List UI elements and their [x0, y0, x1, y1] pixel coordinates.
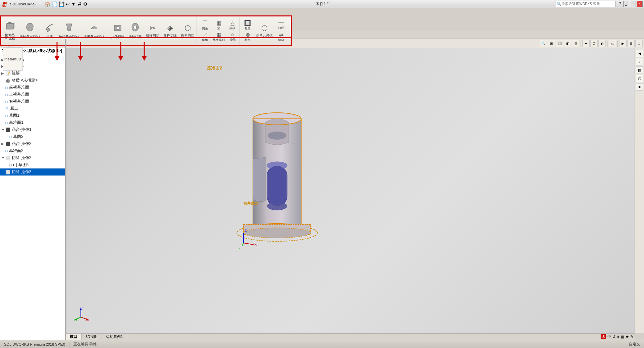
diamond-icon[interactable]: ◈: [617, 335, 620, 339]
draft-button[interactable]: △ 拔模: [226, 19, 238, 31]
more-options-button[interactable]: ▶: [619, 40, 627, 47]
maximize-button[interactable]: □: [630, 1, 636, 7]
shading-button[interactable]: ●: [582, 40, 590, 47]
revolve-cut-button[interactable]: 旋转切除: [127, 19, 144, 43]
tree-item-front-plane[interactable]: ▶ □ 前视基准面: [0, 84, 65, 91]
boss-extrude-button[interactable]: 拉伸凸 台/基体: [3, 19, 17, 43]
help-icon[interactable]: ?: [619, 2, 621, 6]
tree-item-sketch2[interactable]: ▶ □ 草图2: [0, 133, 65, 140]
tree-item-boss-extrude1[interactable]: ▼ ⬛ 凸台-拉伸1: [0, 126, 65, 133]
reference-geometry-button[interactable]: ⬡ 参考几何体: [254, 19, 274, 43]
sketch1-icon: □: [5, 113, 8, 118]
svg-rect-4: [6, 24, 13, 29]
close-panel-button[interactable]: □: [635, 40, 643, 47]
tree-item-material[interactable]: ▶ 🪨 材质 <未指定>: [0, 77, 65, 84]
quick-access-undo[interactable]: ↩: [66, 1, 70, 7]
svg-text:Y: Y: [238, 246, 240, 250]
wrap-button[interactable]: 🔲 包覆: [241, 19, 254, 31]
section-view-button[interactable]: ◧: [564, 40, 571, 47]
loft-cut-icon: ◈: [167, 24, 173, 33]
shell-button[interactable]: ○ 抽壳: [226, 31, 238, 43]
tree-content[interactable]: ▶ 🕐 History ▶ 📡 传感器 ▶ 📝 注解 ▶ 🪨 材质 <未指定> …: [0, 55, 65, 340]
tree-item-plane1[interactable]: ▶ □ 基准面1: [0, 119, 65, 126]
rib-icon: ▦: [216, 20, 221, 26]
right-panel-btn2[interactable]: ○: [636, 58, 643, 65]
revolve-boss-button[interactable]: 旋转凸台/基体: [18, 19, 42, 43]
intersect-button[interactable]: ⊗ 相交: [241, 31, 254, 43]
cut-extrude-button[interactable]: 拉伸切除: [109, 19, 126, 43]
fillet-button[interactable]: ⌒ 圆角: [199, 19, 211, 31]
chamfer-icon: ◿: [203, 32, 207, 38]
tree-item-sketch5[interactable]: ▶ □ (-) 草图5: [0, 161, 65, 168]
boundary-cut-icon: ⬡: [184, 24, 191, 33]
expand-cut-extrude2[interactable]: ▼: [1, 156, 5, 160]
mirror-button[interactable]: ⇌ 镜向: [275, 31, 287, 43]
tree-item-cut-extrude3[interactable]: ▶ ⬜ 切除-拉伸3: [0, 168, 65, 176]
instant3d-button[interactable]: Instant3D: [3, 47, 23, 71]
rib-button[interactable]: ▦ 筋: [212, 19, 226, 31]
minimize-button[interactable]: _: [623, 1, 629, 7]
right-panel-btn1[interactable]: ◀: [636, 50, 643, 57]
bottom-tabs: 模型 3D视图 运动算例1: [66, 333, 635, 340]
expand-boss-extrude1[interactable]: ▼: [1, 128, 5, 132]
linear-pattern-button[interactable]: ▦ 线性阵列: [212, 31, 226, 43]
right-plane-label: 右视基准面: [9, 99, 29, 104]
quick-access-print[interactable]: 🖨: [77, 1, 82, 7]
rotate-icon[interactable]: ↺: [612, 335, 615, 339]
search-input[interactable]: [561, 2, 612, 6]
tab-3d-view[interactable]: 3D视图: [82, 334, 102, 340]
quick-access-settings[interactable]: ⚙: [83, 1, 88, 7]
loft-cut-button[interactable]: ◈ 放样切除: [162, 19, 178, 43]
boundary-boss-button[interactable]: 边界凸台/基体: [82, 19, 106, 43]
tree-resize-handle[interactable]: [65, 39, 66, 333]
title-bar: SW SOLIDWORKS | 🏠 📄 💾 ↩ ▼ 🖨 ⚙ 零件1 * 🔍 ? …: [0, 0, 644, 8]
display-button[interactable]: ▭: [609, 40, 616, 47]
main-viewport[interactable]: 基准面2 X: [66, 48, 635, 333]
curves-icon: 〰: [278, 20, 284, 26]
sweep-cut-button[interactable]: ✂ 扫描切除: [144, 19, 161, 43]
tree-item-boss-extrude2[interactable]: ▶ ⬛ 凸台-拉伸2: [0, 140, 65, 147]
close-button[interactable]: ×: [637, 1, 643, 7]
zoom-button[interactable]: 🔍: [540, 40, 547, 47]
right-panel-btn5[interactable]: ■: [636, 83, 643, 91]
loft-boss-button[interactable]: 放样凸台/基体: [57, 19, 82, 43]
boundary-cut-button[interactable]: ⬡ 边界切除: [179, 19, 196, 43]
quick-access-options[interactable]: ▼: [71, 1, 76, 7]
sweep-boss-button[interactable]: 扫描: [43, 19, 56, 43]
cut-extrude-icon: [113, 22, 122, 34]
tab-motion-study[interactable]: 运动算例1: [102, 334, 127, 340]
view-orient-button[interactable]: 🔲: [556, 40, 563, 47]
sketch5-label: (-) 草图5: [13, 162, 29, 168]
grid-icon[interactable]: ▦: [621, 335, 624, 339]
tree-item-top-plane[interactable]: ▶ □ 上视基准面: [0, 91, 65, 98]
tree-item-origin[interactable]: ▶ ⊕ 原点: [0, 105, 65, 112]
right-panel-btn4[interactable]: ⬡: [636, 75, 643, 82]
wireframe-button[interactable]: ⬡: [590, 40, 598, 47]
right-panel-btn3[interactable]: ▤: [636, 66, 643, 74]
settings2-button[interactable]: ⊟: [627, 40, 635, 47]
tree-item-plane2[interactable]: ▶ □ 基准面2: [0, 147, 65, 154]
tree-item-cut-extrude2[interactable]: ▼ ⬜ 切除-拉伸2: [0, 154, 65, 161]
toolbar-separator-3: [581, 41, 581, 47]
loft-boss-icon: [64, 22, 74, 34]
chamfer-button[interactable]: ◿ 倒角: [199, 31, 211, 43]
status-product: SOLIDWORKS Premium 2018 SP5.0: [3, 342, 66, 346]
appearance-button[interactable]: ◐: [598, 40, 606, 47]
feature-tree-panel: ⊞ 📋 ⚙ ◉ 🔍 零件1 (默认<< 默认>显示状态 1>) ▶ 🕐 Hist…: [0, 39, 66, 340]
quick-access-save[interactable]: 💾: [59, 1, 64, 7]
svg-line-38: [244, 243, 254, 245]
right-plane-icon: □: [5, 99, 8, 104]
quick-access-new[interactable]: 📄: [52, 1, 57, 7]
tree-item-right-plane[interactable]: ▶ □ 右视基准面: [0, 98, 65, 105]
sweep-cut-icon: ✂: [150, 24, 156, 33]
status-customize[interactable]: 自定义: [628, 342, 641, 347]
edit-icon[interactable]: ✎: [630, 335, 633, 339]
view-settings-button[interactable]: ⚙: [572, 40, 579, 47]
star-icon[interactable]: ★: [626, 335, 629, 339]
curves-button[interactable]: 〰 曲线: [275, 19, 287, 31]
tab-model[interactable]: 模型: [66, 334, 82, 340]
quick-access-home[interactable]: 🏠: [45, 1, 50, 7]
zoom-fit-button[interactable]: ⊞: [548, 40, 555, 47]
expand-boss-extrude2[interactable]: ▶: [1, 142, 5, 146]
tree-item-sketch1[interactable]: ▶ □ 草图1: [0, 112, 65, 119]
